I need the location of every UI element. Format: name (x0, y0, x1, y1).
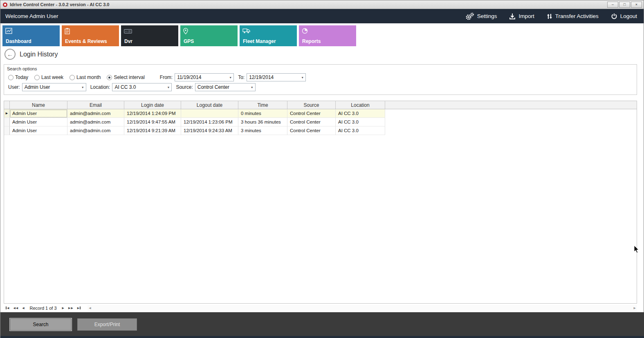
column-header-login-date[interactable]: Login date (124, 101, 181, 109)
table-row[interactable]: Admin User admin@admin.com 12/19/2014 9:… (4, 126, 637, 135)
column-header-location[interactable]: Location (336, 101, 385, 109)
nav-tiles: Dashboard Events & Reviews Dvr GPS Fleet… (2, 25, 356, 46)
transfer-arrows-icon (547, 13, 552, 20)
user-label: User: (8, 84, 20, 90)
table-row[interactable]: ▶ Admin User admin@admin.com 12/19/2014 … (4, 109, 637, 118)
back-button[interactable]: ← (4, 49, 16, 60)
horizontal-scrollbar[interactable]: ◀ ▶ (88, 305, 637, 311)
chevron-down-icon: ▼ (227, 76, 233, 79)
search-row-interval: Today Last week Last month Select interv… (4, 73, 637, 82)
cell-login-date: 12/19/2014 1:24:09 PM (124, 109, 181, 118)
nav-next-page-button[interactable]: ▶▶ (66, 305, 75, 311)
tab-dvr[interactable]: Dvr (121, 25, 178, 46)
to-date-value: 12/19/2014 (249, 74, 274, 80)
grid-header-row: Name Email Login date Logout date Time S… (4, 101, 637, 109)
radio-last-week[interactable]: Last week (34, 74, 63, 80)
tab-gps[interactable]: GPS (180, 25, 238, 46)
from-date-value: 11/19/2014 (177, 74, 201, 80)
page-header: ← Login History (4, 49, 58, 60)
tab-fleet-manager[interactable]: Fleet Manager (240, 25, 297, 46)
nav-prev-page-button[interactable]: ◀◀ (11, 305, 20, 311)
search-row-filters: User: Admin User ▼ Location: AI CC 3.0 ▼… (4, 83, 637, 92)
cell-logout-date (181, 109, 238, 118)
chevron-down-icon: ▼ (165, 86, 171, 89)
cell-name: Admin User (10, 126, 67, 135)
app-window: Idrive Control Center - 3.0.2 version - … (0, 0, 644, 338)
column-header-source[interactable]: Source (287, 101, 336, 109)
nav-last-button[interactable]: ▶ (75, 305, 83, 311)
title-bar: Idrive Control Center - 3.0.2 version - … (0, 0, 644, 9)
cell-login-date: 12/19/2014 9:47:55 AM (124, 118, 181, 126)
tab-events-reviews[interactable]: Events & Reviews (62, 25, 119, 46)
tab-reports[interactable]: Reports (299, 25, 356, 46)
tab-dashboard[interactable]: Dashboard (2, 25, 60, 46)
export-print-button[interactable]: Export/Print (77, 318, 137, 331)
column-header-logout-date[interactable]: Logout date (181, 101, 238, 109)
radio-last-week-label: Last week (41, 74, 63, 80)
radio-checked-icon (107, 75, 112, 80)
radio-unchecked-icon (8, 75, 13, 80)
scroll-left-icon: ◀ (89, 306, 91, 310)
nav-next-button[interactable]: ▶ (60, 305, 66, 311)
maximize-button[interactable]: □ (619, 2, 630, 8)
close-button[interactable]: × (631, 2, 642, 8)
location-select[interactable]: AI CC 3.0 ▼ (112, 83, 172, 91)
source-value: Control Center (197, 84, 229, 90)
import-button[interactable]: Import (509, 13, 534, 20)
column-header-time[interactable]: Time (238, 101, 287, 109)
from-date-select[interactable]: 11/19/2014 ▼ (175, 73, 234, 81)
from-label: From: (160, 74, 173, 80)
cell-name: Admin User (10, 118, 67, 126)
chevron-down-icon: ▼ (299, 76, 305, 79)
user-value: Admin User (25, 84, 50, 90)
tile-label: Events & Reviews (65, 38, 107, 44)
radio-select-interval[interactable]: Select interval (107, 74, 144, 80)
cell-email: admin@admin.com (67, 109, 124, 118)
column-header-filler (385, 101, 637, 109)
row-filler (385, 126, 637, 135)
triangle-right-icon: ▶ (71, 306, 73, 310)
column-header-name[interactable]: Name (10, 101, 67, 109)
cell-email: admin@admin.com (67, 118, 124, 126)
nav-prev-button[interactable]: ◀ (20, 305, 26, 311)
source-label: Source: (176, 84, 193, 90)
back-arrow-icon: ← (7, 51, 13, 58)
row-filler (385, 118, 637, 126)
cell-time: 3 minutes (238, 126, 287, 135)
triangle-left-icon: ◀ (22, 306, 24, 310)
cell-time: 3 hours 36 minutes (238, 118, 287, 126)
radio-today[interactable]: Today (8, 74, 28, 80)
top-bar: Welcome Admin User Settings (0, 9, 644, 23)
table-row[interactable]: Admin User admin@admin.com 12/19/2014 9:… (4, 118, 637, 126)
settings-button[interactable]: Settings (465, 12, 497, 20)
cell-source: Control Center (287, 118, 336, 126)
page-title: Login History (20, 51, 58, 58)
triangle-right-icon: ▶ (62, 306, 64, 310)
cell-source: Control Center (287, 109, 336, 118)
minimize-button[interactable]: – (607, 2, 618, 8)
transfer-activities-button[interactable]: Transfer Activities (547, 13, 599, 20)
user-select[interactable]: Admin User ▼ (22, 83, 86, 91)
column-header-email[interactable]: Email (67, 101, 124, 109)
row-indicator-header (4, 101, 10, 109)
bottom-strip (0, 336, 644, 338)
radio-last-month[interactable]: Last month (70, 74, 101, 80)
row-indicator (4, 118, 10, 126)
triangle-right-icon: ▶ (77, 306, 79, 310)
record-navigator: ◀ ◀◀ ◀ Record 1 of 3 ▶ ▶▶ ▶ ◀ ▶ (4, 304, 637, 311)
to-date-select[interactable]: 12/19/2014 ▼ (247, 73, 306, 81)
triangle-left-icon: ◀ (13, 306, 15, 310)
tile-label: Dashboard (6, 38, 31, 44)
logout-button[interactable]: Logout (611, 13, 637, 20)
source-select[interactable]: Control Center ▼ (195, 83, 256, 91)
cell-time: 0 minutes (238, 109, 287, 118)
record-count-label: Record 1 of 3 (30, 306, 57, 311)
cell-location: AI CC 3.0 (336, 118, 385, 126)
import-icon (509, 13, 516, 20)
cell-email: admin@admin.com (67, 126, 124, 135)
search-button[interactable]: Search (9, 318, 72, 331)
to-label: To: (238, 74, 245, 80)
bottom-action-bar: Search Export/Print (0, 312, 644, 336)
radio-last-month-label: Last month (76, 74, 101, 80)
nav-first-button[interactable]: ◀ (4, 305, 11, 311)
